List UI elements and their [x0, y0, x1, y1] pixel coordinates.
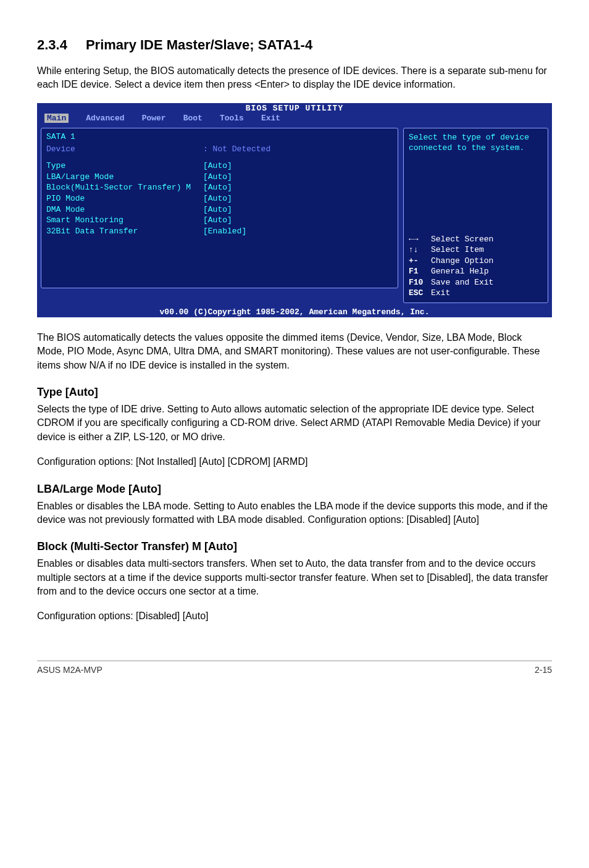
bios-help-key: +- [409, 256, 426, 267]
lba-body: Enables or disables the LBA mode. Settin… [37, 499, 552, 527]
footer-right: 2-15 [535, 665, 552, 675]
bios-help-text: Select the type of device connected to t… [409, 132, 543, 154]
bios-field-label: DMA Mode [46, 204, 201, 215]
section-heading: 2.3.4Primary IDE Master/Slave; SATA1-4 [37, 37, 552, 53]
bios-field-lba[interactable]: LBA/Large Mode [Auto] [46, 172, 393, 183]
bios-field-value: [Auto] [203, 215, 232, 226]
page-footer: ASUS M2A-MVP 2-15 [37, 661, 552, 675]
bios-help-key-row: ESC Exit [409, 288, 543, 299]
bios-help-key: ESC [409, 288, 426, 299]
bios-field-value: [Auto] [203, 204, 232, 215]
block-options: Configuration options: [Disabled] [Auto] [37, 609, 552, 623]
bios-field-block[interactable]: Block(Multi-Sector Transfer) M [Auto] [46, 182, 393, 193]
bios-field-label: 32Bit Data Transfer [46, 226, 201, 237]
bios-field-label: Block(Multi-Sector Transfer) M [46, 182, 201, 193]
bios-field-value: [Enabled] [203, 226, 246, 237]
bios-help-desc: Change Option [431, 256, 493, 267]
bios-help-key-row: ↑↓ Select Item [409, 244, 543, 256]
bios-help-key: F10 [409, 277, 426, 288]
bios-menu-exit[interactable]: Exit [261, 114, 280, 123]
bios-device-label: Device [46, 144, 201, 155]
type-heading: Type [Auto] [37, 386, 552, 399]
bios-screenshot: BIOS SETUP UTILITY Main Advanced Power B… [37, 103, 552, 317]
bios-right-panel: Select the type of device connected to t… [403, 128, 548, 303]
bios-field-value: [Auto] [203, 161, 232, 172]
bios-footer-bar: v00.00 (C)Copyright 1985-2002, American … [37, 307, 552, 317]
section-number: 2.3.4 [37, 37, 67, 53]
after-bios-paragraph: The BIOS automatically detects the value… [37, 331, 552, 372]
bios-menu-bar: Main Advanced Power Boot Tools Exit [37, 114, 552, 124]
bios-menu-advanced[interactable]: Advanced [86, 114, 124, 123]
footer-left: ASUS M2A-MVP [37, 665, 102, 675]
bios-field-smart[interactable]: Smart Monitoring [Auto] [46, 215, 393, 226]
bios-title-bar: BIOS SETUP UTILITY [37, 103, 552, 114]
block-body: Enables or disables data multi-sectors t… [37, 557, 552, 598]
bios-help-desc: General Help [431, 266, 489, 277]
bios-field-32bit[interactable]: 32Bit Data Transfer [Enabled] [46, 226, 393, 237]
bios-field-value: [Auto] [203, 182, 232, 193]
type-options: Configuration options: [Not Installed] [… [37, 455, 552, 469]
bios-help-key-row: F1 General Help [409, 266, 543, 277]
bios-help-key-row: +- Change Option [409, 256, 543, 267]
type-body: Selects the type of IDE drive. Setting t… [37, 403, 552, 444]
bios-help-desc: Exit [431, 288, 450, 299]
bios-help-key: ↑↓ [409, 244, 426, 256]
bios-field-label: Smart Monitoring [46, 215, 201, 226]
block-heading: Block (Multi-Sector Transfer) M [Auto] [37, 540, 552, 553]
bios-field-label: PIO Mode [46, 193, 201, 204]
bios-field-value: [Auto] [203, 193, 232, 204]
bios-menu-tools[interactable]: Tools [220, 114, 244, 123]
bios-field-value: [Auto] [203, 172, 232, 183]
bios-field-dma[interactable]: DMA Mode [Auto] [46, 204, 393, 215]
bios-help-key: ←→ [409, 234, 426, 245]
intro-paragraph: While entering Setup, the BIOS automatic… [37, 64, 552, 92]
bios-panel-title: SATA 1 [46, 132, 393, 144]
bios-help-key: F1 [409, 266, 426, 277]
bios-help-desc: Save and Exit [431, 277, 493, 288]
bios-device-row: Device : Not Detected [46, 144, 393, 155]
bios-help-keys: ←→ Select Screen ↑↓ Select Item +- Chang… [409, 234, 543, 299]
lba-heading: LBA/Large Mode [Auto] [37, 483, 552, 496]
bios-menu-boot[interactable]: Boot [183, 114, 203, 123]
bios-field-pio[interactable]: PIO Mode [Auto] [46, 193, 393, 204]
bios-device-value: : Not Detected [203, 144, 270, 155]
bios-field-label: Type [46, 161, 201, 172]
bios-field-type[interactable]: Type [Auto] [46, 161, 393, 172]
bios-menu-main[interactable]: Main [44, 114, 69, 123]
bios-left-panel: SATA 1 Device : Not Detected Type [Auto]… [41, 128, 398, 288]
bios-menu-power[interactable]: Power [142, 114, 166, 123]
bios-field-label: LBA/Large Mode [46, 172, 201, 183]
bios-help-key-row: ←→ Select Screen [409, 234, 543, 245]
bios-help-key-row: F10 Save and Exit [409, 277, 543, 288]
section-title-text: Primary IDE Master/Slave; SATA1-4 [86, 37, 312, 52]
bios-help-desc: Select Screen [431, 234, 493, 245]
bios-help-desc: Select Item [431, 244, 484, 256]
